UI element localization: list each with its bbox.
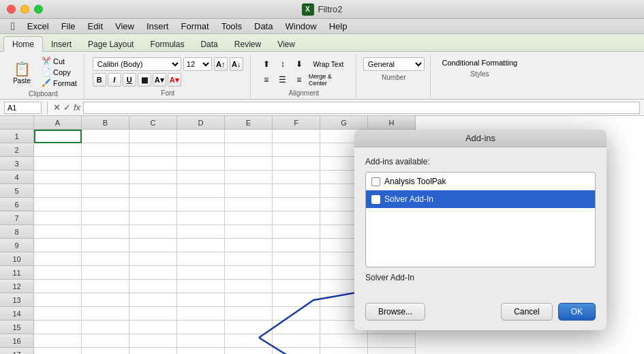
format-button[interactable]: 🖌️ Format xyxy=(39,78,80,88)
align-center-button[interactable]: ☰ xyxy=(275,73,290,87)
menu-file[interactable]: File xyxy=(56,20,81,33)
number-format-select[interactable]: General xyxy=(363,57,425,71)
formula-input[interactable] xyxy=(83,102,640,114)
table-cell[interactable] xyxy=(273,184,320,198)
table-cell[interactable] xyxy=(129,198,177,211)
table-cell[interactable] xyxy=(225,293,273,307)
col-header-d[interactable]: D xyxy=(177,116,225,130)
table-cell[interactable] xyxy=(177,334,225,348)
table-cell[interactable] xyxy=(82,198,129,211)
table-cell[interactable] xyxy=(82,307,129,321)
row-header-3[interactable]: 3 xyxy=(0,157,34,171)
table-cell[interactable] xyxy=(82,225,129,239)
col-header-g[interactable]: G xyxy=(320,116,368,130)
table-cell[interactable] xyxy=(225,334,273,348)
cancel-button[interactable]: Cancel xyxy=(501,303,552,321)
menu-tools[interactable]: Tools xyxy=(216,20,247,33)
table-cell[interactable] xyxy=(177,307,225,321)
table-cell[interactable] xyxy=(177,348,225,354)
table-cell[interactable] xyxy=(225,239,273,252)
table-cell[interactable] xyxy=(273,239,320,252)
table-cell[interactable] xyxy=(129,239,177,252)
formula-fx-icon[interactable]: fx xyxy=(74,102,80,113)
menu-excel[interactable]: Excel xyxy=(22,20,55,33)
table-cell[interactable] xyxy=(34,307,82,321)
table-cell[interactable] xyxy=(225,266,273,280)
menu-data[interactable]: Data xyxy=(249,20,278,33)
conditional-formatting-button[interactable]: Conditional Formatting xyxy=(440,57,521,68)
table-cell[interactable] xyxy=(177,211,225,225)
menu-insert[interactable]: Insert xyxy=(141,20,174,33)
col-header-c[interactable]: C xyxy=(129,116,177,130)
table-cell[interactable] xyxy=(177,130,225,143)
table-cell[interactable] xyxy=(273,252,320,266)
row-header-14[interactable]: 14 xyxy=(0,307,34,321)
row-header-17[interactable]: 17 xyxy=(0,348,34,354)
table-cell[interactable] xyxy=(129,252,177,266)
border-button[interactable]: ▦ xyxy=(138,73,151,87)
table-cell[interactable] xyxy=(129,280,177,293)
wrap-text-button[interactable]: Wrap Text xyxy=(308,57,349,71)
table-cell[interactable] xyxy=(368,334,416,348)
cell-reference-input[interactable] xyxy=(4,102,42,114)
table-cell[interactable] xyxy=(82,143,129,157)
ok-button[interactable]: OK xyxy=(558,303,596,321)
table-cell[interactable] xyxy=(34,293,82,307)
row-header-6[interactable]: 6 xyxy=(0,198,34,211)
table-cell[interactable] xyxy=(82,321,129,334)
align-top-button[interactable]: ⬆ xyxy=(259,57,274,71)
row-header-9[interactable]: 9 xyxy=(0,239,34,252)
row-header-12[interactable]: 12 xyxy=(0,280,34,293)
table-cell[interactable] xyxy=(273,280,320,293)
row-header-13[interactable]: 13 xyxy=(0,293,34,307)
table-cell[interactable] xyxy=(177,198,225,211)
table-cell[interactable] xyxy=(129,130,177,143)
table-cell[interactable] xyxy=(225,198,273,211)
row-header-5[interactable]: 5 xyxy=(0,184,34,198)
menu-window[interactable]: Window xyxy=(279,20,322,33)
table-cell[interactable] xyxy=(82,130,129,143)
table-cell[interactable] xyxy=(82,211,129,225)
tab-data[interactable]: Data xyxy=(192,37,226,51)
col-header-e[interactable]: E xyxy=(225,116,273,130)
table-cell[interactable] xyxy=(320,334,368,348)
close-button[interactable] xyxy=(7,5,16,14)
table-cell[interactable] xyxy=(177,143,225,157)
analysis-checkbox[interactable] xyxy=(371,177,380,186)
table-cell[interactable] xyxy=(273,293,320,307)
merge-center-button[interactable]: Merge & Center xyxy=(308,73,349,87)
tab-home[interactable]: Home xyxy=(3,36,43,52)
table-cell[interactable] xyxy=(225,157,273,171)
table-cell[interactable] xyxy=(34,225,82,239)
table-cell[interactable] xyxy=(177,293,225,307)
font-name-select[interactable]: Calibri (Body) xyxy=(93,57,181,71)
table-cell[interactable] xyxy=(34,130,82,143)
row-header-7[interactable]: 7 xyxy=(0,211,34,225)
row-header-10[interactable]: 10 xyxy=(0,252,34,266)
table-cell[interactable] xyxy=(177,157,225,171)
row-header-4[interactable]: 4 xyxy=(0,171,34,184)
table-cell[interactable] xyxy=(34,280,82,293)
table-cell[interactable] xyxy=(225,280,273,293)
table-cell[interactable] xyxy=(82,184,129,198)
table-cell[interactable] xyxy=(129,143,177,157)
col-header-h[interactable]: H xyxy=(368,116,416,130)
table-cell[interactable] xyxy=(273,143,320,157)
table-cell[interactable] xyxy=(82,252,129,266)
font-size-select[interactable]: 12 xyxy=(183,57,212,71)
table-cell[interactable] xyxy=(129,184,177,198)
table-cell[interactable] xyxy=(177,266,225,280)
table-cell[interactable] xyxy=(177,225,225,239)
table-cell[interactable] xyxy=(34,321,82,334)
table-cell[interactable] xyxy=(34,348,82,354)
menu-edit[interactable]: Edit xyxy=(82,20,108,33)
maximize-button[interactable] xyxy=(34,5,43,14)
font-grow-button[interactable]: A↑ xyxy=(214,57,228,71)
row-header-2[interactable]: 2 xyxy=(0,143,34,157)
table-cell[interactable] xyxy=(320,348,368,354)
table-cell[interactable] xyxy=(34,266,82,280)
table-cell[interactable] xyxy=(82,334,129,348)
table-cell[interactable] xyxy=(225,211,273,225)
copy-button[interactable]: 📄 Copy xyxy=(39,67,80,77)
table-cell[interactable] xyxy=(129,171,177,184)
